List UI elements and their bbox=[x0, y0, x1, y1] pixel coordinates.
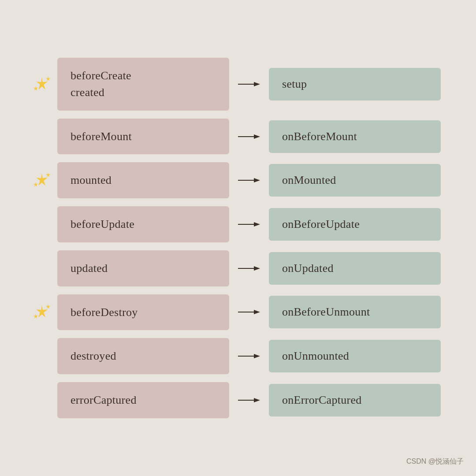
svg-marker-5 bbox=[254, 178, 260, 182]
row-before-mount: beforeMount onBeforeMount bbox=[26, 119, 450, 155]
left-lifecycle-label: beforeDestroy bbox=[57, 294, 229, 331]
left-lifecycle-label: destroyed bbox=[57, 338, 229, 374]
right-composition-label: onBeforeUnmount bbox=[269, 296, 441, 328]
arrow-icon bbox=[229, 352, 269, 361]
row-updated: updated onUpdated bbox=[26, 250, 450, 286]
svg-marker-13 bbox=[254, 354, 260, 358]
svg-marker-15 bbox=[254, 398, 260, 402]
svg-marker-1 bbox=[254, 82, 260, 86]
left-lifecycle-label: beforeMount bbox=[57, 119, 229, 155]
left-lifecycle-label: beforeUpdate bbox=[57, 206, 229, 242]
right-composition-label: setup bbox=[269, 68, 441, 100]
arrow-icon bbox=[229, 220, 269, 229]
arrow-icon bbox=[229, 80, 269, 89]
sparkle-icon bbox=[26, 74, 57, 95]
lifecycle-table: beforeCreatecreated setupbeforeMount onB… bbox=[26, 49, 450, 427]
svg-marker-11 bbox=[254, 310, 260, 314]
svg-marker-7 bbox=[254, 222, 260, 227]
left-lifecycle-label: updated bbox=[57, 250, 229, 286]
right-composition-label: onUnmounted bbox=[269, 340, 441, 372]
right-composition-label: onBeforeUpdate bbox=[269, 208, 441, 241]
row-mounted: mounted onMounted bbox=[26, 162, 450, 198]
row-before-create: beforeCreatecreated setup bbox=[26, 58, 450, 110]
right-composition-label: onMounted bbox=[269, 164, 441, 197]
sparkle-icon bbox=[26, 301, 57, 323]
arrow-icon bbox=[229, 308, 269, 316]
left-lifecycle-label: errorCaptured bbox=[57, 382, 229, 418]
watermark: CSDN @悦涵仙子 bbox=[406, 457, 464, 466]
left-lifecycle-label: beforeCreatecreated bbox=[57, 58, 229, 110]
svg-marker-3 bbox=[254, 134, 260, 139]
row-destroyed: destroyed onUnmounted bbox=[26, 338, 450, 374]
sparkle-icon bbox=[26, 170, 57, 191]
arrow-icon bbox=[229, 396, 269, 405]
right-composition-label: onErrorCaptured bbox=[269, 384, 441, 416]
arrow-icon bbox=[229, 264, 269, 273]
arrow-icon bbox=[229, 132, 269, 141]
row-error-captured: errorCaptured onErrorCaptured bbox=[26, 382, 450, 418]
arrow-icon bbox=[229, 176, 269, 185]
right-composition-label: onBeforeMount bbox=[269, 120, 441, 153]
row-before-destroy: beforeDestroy onBeforeUnmount bbox=[26, 294, 450, 331]
right-composition-label: onUpdated bbox=[269, 252, 441, 285]
svg-marker-9 bbox=[254, 266, 260, 271]
row-before-update: beforeUpdate onBeforeUpdate bbox=[26, 206, 450, 242]
left-lifecycle-label: mounted bbox=[57, 162, 229, 198]
